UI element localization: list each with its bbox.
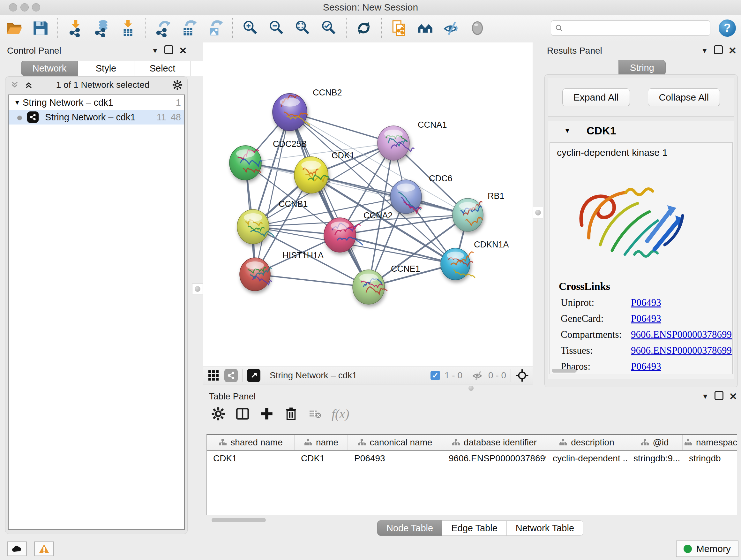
float-panel-icon[interactable] — [715, 391, 724, 402]
tab-node-table[interactable]: Node Table — [377, 520, 442, 536]
close-panel-icon[interactable]: ✕ — [729, 391, 737, 402]
selected-nodes-checkbox[interactable]: ✓ — [430, 371, 440, 380]
table-cell[interactable]: cyclin-dependent ... — [546, 451, 627, 466]
export-image-icon[interactable] — [206, 19, 224, 37]
tab-style[interactable]: Style — [78, 61, 134, 76]
results-horizontal-scrollbar[interactable] — [552, 369, 577, 373]
collapse-all-icon[interactable] — [10, 80, 19, 90]
float-panel-icon[interactable] — [714, 45, 723, 56]
export-table-icon[interactable] — [180, 19, 198, 37]
network-canvas[interactable]: CCNB2CCNA1CDC25BCDK1CDC6RB1CCNB1CCNA2CDK… — [203, 43, 533, 367]
close-panel-icon[interactable]: ✕ — [729, 45, 737, 56]
close-panel-icon[interactable]: ✕ — [179, 45, 187, 56]
table-cell[interactable]: stringdb — [683, 451, 737, 466]
right-splitter-handle[interactable] — [533, 207, 543, 219]
table-cell[interactable]: 9606.ENSP00000378699 — [442, 451, 546, 466]
import-network-from-database-icon[interactable] — [92, 19, 111, 37]
control-panel-tabs: NetworkStyleSelectSets — [21, 61, 190, 76]
cloud-button[interactable] — [7, 542, 27, 556]
network-edge-ccna2-cdkn1a[interactable] — [340, 235, 455, 264]
network-row[interactable]: String Network – cdk1 11 48 — [9, 110, 184, 125]
column-header-canonical-name[interactable]: canonical name — [348, 435, 442, 450]
search-field[interactable] — [551, 20, 711, 36]
add-column-icon[interactable] — [259, 407, 274, 421]
table-row[interactable]: CDK1CDK1P064939606.ENSP00000378699cyclin… — [207, 451, 737, 466]
disclosure-triangle-icon[interactable]: ▼ — [12, 99, 23, 106]
tab-edge-table[interactable]: Edge Table — [442, 520, 507, 536]
import-table-from-file-icon[interactable] — [119, 19, 137, 37]
network-share-icon[interactable] — [224, 369, 238, 382]
memory-button[interactable]: Memory — [676, 541, 738, 557]
column-header-database-identifier[interactable]: database identifier — [442, 435, 546, 450]
table-cell[interactable]: CDK1 — [207, 451, 294, 466]
crosslink-link[interactable]: P06493 — [631, 361, 661, 372]
network-collection-row[interactable]: ▼ String Network – cdk1 1 — [9, 95, 184, 110]
table-cell[interactable]: CDK1 — [294, 451, 348, 466]
warnings-button[interactable] — [34, 542, 54, 556]
collapse-panel-icon[interactable]: ▼ — [702, 392, 709, 401]
apply-function-icon[interactable]: f(x) — [332, 407, 349, 422]
search-input[interactable] — [566, 23, 706, 33]
tab-network[interactable]: Network — [21, 61, 78, 76]
node-label: CDC6 — [429, 174, 453, 183]
show-columns-icon[interactable] — [235, 407, 250, 421]
crosslink-link[interactable]: 9606.ENSP00000378699 — [631, 329, 732, 340]
grid-view-icon[interactable] — [207, 369, 220, 382]
update-network-icon[interactable] — [355, 19, 373, 37]
show-all-icon[interactable] — [468, 19, 486, 37]
network-node-CDKN1A[interactable]: CDKN1A — [441, 240, 509, 280]
expand-all-icon[interactable] — [24, 80, 33, 90]
collapse-panel-icon[interactable]: ▼ — [701, 47, 708, 55]
network-node-RB1[interactable]: RB1 — [453, 191, 504, 232]
crosslink-link[interactable]: P06493 — [631, 313, 661, 324]
fit-selected-crosshair-icon[interactable] — [515, 369, 529, 382]
save-session-icon[interactable] — [31, 19, 49, 37]
zoom-fit-content-icon[interactable] — [293, 19, 312, 37]
hide-selected-icon[interactable] — [442, 19, 460, 37]
import-network-from-file-icon[interactable] — [66, 19, 84, 37]
delete-table-icon[interactable] — [308, 407, 322, 421]
network-node-CCNA1[interactable]: CCNA1 — [378, 120, 447, 160]
delete-column-icon[interactable] — [284, 407, 298, 421]
section-disclosure-icon[interactable]: ▼ — [548, 126, 587, 135]
network-node-HIST1H1A[interactable]: HIST1H1A — [240, 251, 324, 291]
collapse-all-button[interactable]: Collapse All — [648, 88, 720, 106]
column-header-name[interactable]: name — [294, 435, 348, 450]
zoom-window-button[interactable] — [32, 3, 40, 11]
clone-network-icon[interactable] — [390, 19, 408, 37]
table-gear-icon[interactable] — [211, 407, 226, 421]
crosslink-link[interactable]: P06493 — [631, 297, 661, 308]
zoom-out-icon[interactable] — [267, 19, 285, 37]
expand-all-button[interactable]: Expand All — [562, 88, 630, 106]
column-header-description[interactable]: description — [546, 435, 627, 450]
zoom-selected-icon[interactable] — [320, 19, 338, 37]
hidden-eye-icon[interactable] — [472, 370, 484, 381]
tab-string[interactable]: String — [618, 60, 666, 75]
crosslink-link[interactable]: 9606.ENSP00000378699 — [631, 345, 732, 356]
first-neighbors-icon[interactable] — [416, 19, 434, 37]
crosslink-label: Compartments: — [561, 329, 631, 340]
collapse-panel-icon[interactable]: ▼ — [151, 47, 158, 55]
birds-eye-view-icon[interactable] — [247, 369, 260, 382]
table-cell[interactable]: stringdb:9... — [627, 451, 683, 466]
column-header-@id[interactable]: @id — [627, 435, 683, 450]
left-splitter-handle[interactable] — [192, 284, 203, 294]
tab-select[interactable]: Select — [134, 61, 191, 76]
help-button[interactable]: ? — [719, 19, 736, 37]
table-cell[interactable]: P06493 — [348, 451, 442, 466]
gear-icon[interactable] — [172, 79, 183, 90]
network-node-CCNE1[interactable]: CCNE1 — [353, 264, 420, 304]
close-window-button[interactable] — [9, 3, 17, 11]
zoom-in-icon[interactable] — [241, 19, 259, 37]
crosslink-row: Pharos:P06493 — [561, 361, 732, 372]
gene-description: cyclin-dependent kinase 1 — [557, 147, 732, 158]
float-panel-icon[interactable] — [164, 45, 173, 56]
open-session-icon[interactable] — [5, 19, 23, 37]
export-network-icon[interactable] — [154, 19, 172, 37]
column-header-namespace[interactable]: namespace — [683, 435, 737, 450]
network-edge-hist1h1a-ccne1[interactable] — [255, 274, 368, 287]
table-horizontal-scrollbar[interactable] — [212, 518, 266, 522]
column-header-shared-name[interactable]: shared name — [207, 435, 294, 450]
minimize-window-button[interactable] — [20, 3, 29, 11]
tab-network-table[interactable]: Network Table — [507, 520, 583, 536]
